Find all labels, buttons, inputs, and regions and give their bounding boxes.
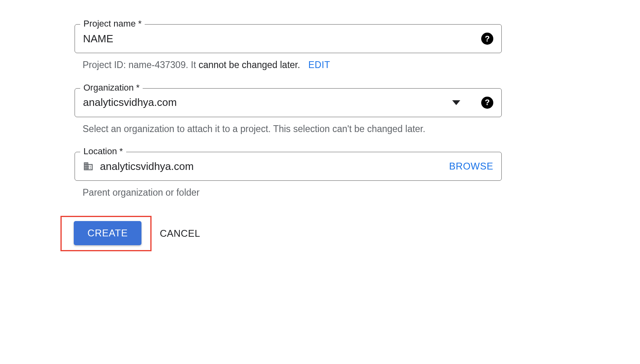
help-icon[interactable]: ? [481,97,493,109]
project-id-suffix: . It [186,60,199,70]
project-id-value: name-437309 [129,60,186,70]
project-id-prefix: Project ID: [83,60,129,70]
location-helper: Parent organization or folder [83,186,502,200]
organization-field-wrapper: Organization * analyticsvidhya.com ? [75,88,502,117]
organization-label: Organization * [80,83,143,93]
location-field-wrapper: Location * analyticsvidhya.com BROWSE [75,152,502,181]
cancel-button[interactable]: CANCEL [156,221,204,246]
organization-icon [83,161,94,172]
create-highlight-box: CREATE [60,216,152,251]
help-icon[interactable]: ? [481,33,493,45]
project-name-label: Project name * [80,19,145,29]
button-row: CREATE CANCEL [60,216,502,251]
location-value: analyticsvidhya.com [100,160,449,173]
edit-project-id-link[interactable]: EDIT [308,60,330,70]
project-name-input[interactable] [83,33,476,45]
location-field-box: analyticsvidhya.com BROWSE [75,152,502,181]
create-button[interactable]: CREATE [74,221,141,245]
project-name-field-wrapper: Project name * ? [75,24,502,53]
new-project-form: Project name * ? Project ID: name-437309… [75,24,502,251]
organization-value: analyticsvidhya.com [83,96,452,109]
browse-button[interactable]: BROWSE [449,161,493,172]
project-id-helper: Project ID: name-437309. It cannot be ch… [83,58,502,72]
organization-helper: Select an organization to attach it to a… [83,122,502,136]
location-label: Location * [80,146,126,157]
chevron-down-icon [452,100,460,105]
project-id-bold: cannot be changed later. [199,60,300,70]
